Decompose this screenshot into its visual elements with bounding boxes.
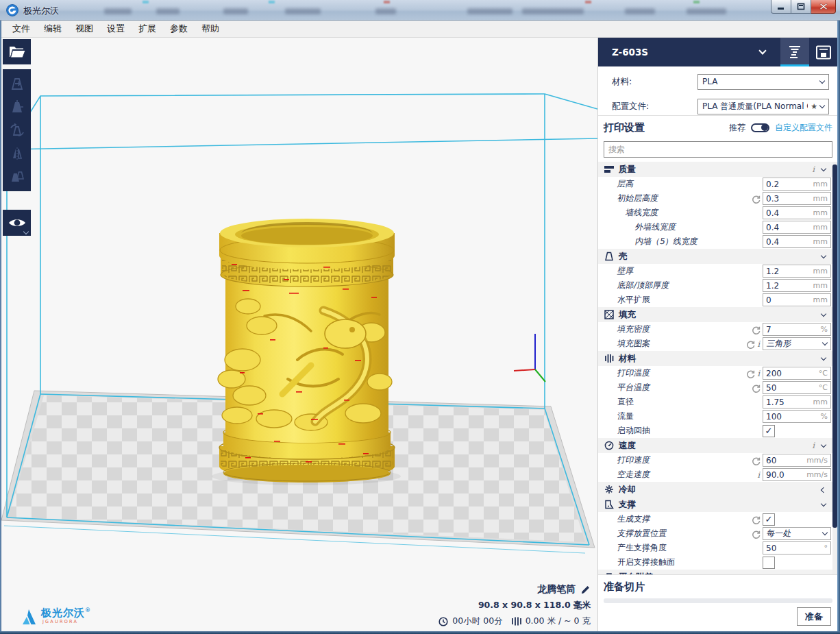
setting-row-print-speed: 打印速度60mm/s	[598, 453, 834, 467]
scrollbar-thumb[interactable]	[832, 164, 837, 528]
setting-value: 60	[766, 456, 806, 465]
ghost-artifact	[143, 1, 149, 3]
setting-input-flow[interactable]: 100%	[763, 410, 831, 423]
setting-row-infill-density: 填充密度7%	[598, 322, 834, 337]
reset-icon[interactable]	[752, 529, 761, 538]
tab-prepare-slice[interactable]	[780, 38, 809, 66]
section-header-material[interactable]: 材料	[598, 351, 834, 366]
section-header-quality[interactable]: 质量i	[598, 162, 834, 177]
setting-input-layer-height[interactable]: 0.2mm	[763, 178, 831, 191]
rotate-tool-icon[interactable]	[7, 120, 27, 141]
setting-unit: mm	[813, 180, 828, 188]
setting-label: 平台温度	[598, 382, 651, 393]
profile-dropdown[interactable]: PLA 普通质量(PLA Normal Qua ★	[697, 99, 829, 114]
menu-item-5[interactable]: 参数	[163, 21, 195, 37]
setting-value: 1.2	[766, 267, 813, 276]
menu-item-4[interactable]: 扩展	[132, 21, 163, 37]
printer-dropdown-chevron-icon[interactable]	[758, 47, 766, 54]
setting-select-support-placement[interactable]: 每一处	[763, 527, 831, 540]
reset-icon[interactable]	[752, 456, 761, 465]
section-header-adhesion[interactable]: 平台附着	[598, 570, 834, 574]
info-icon: i	[812, 164, 815, 174]
open-file-button[interactable]	[3, 39, 31, 64]
setting-value: 0.2	[766, 180, 813, 189]
chevron-down-icon	[822, 530, 828, 535]
scale-tool-icon[interactable]	[7, 97, 27, 117]
reset-icon[interactable]	[752, 194, 761, 203]
setting-input-travel-speed[interactable]: 90.0mm/s	[763, 468, 831, 481]
setting-input-print-speed[interactable]: 60mm/s	[763, 454, 831, 467]
recommended-custom-toggle[interactable]	[751, 123, 769, 132]
setting-input-diameter[interactable]: 1.75mm	[763, 395, 831, 409]
reset-icon[interactable]	[746, 339, 755, 348]
setting-select-infill-pattern[interactable]: 三角形	[763, 337, 831, 350]
menu-item-2[interactable]: 视图	[69, 21, 100, 37]
setting-unit: mm	[813, 281, 828, 290]
settings-scrollbar[interactable]	[832, 162, 837, 574]
setting-label: 层高	[598, 178, 634, 190]
setting-input-support-overhang-angle[interactable]: 50°	[763, 541, 831, 554]
settings-panel: Z-603S 材料: PLA 配置文件: PLA 普通质量(P	[597, 38, 837, 631]
slice-icon	[787, 45, 802, 60]
material-dropdown[interactable]: PLA	[697, 74, 829, 90]
recommended-label: 推荐	[729, 122, 745, 134]
chevron-down-icon	[821, 354, 826, 360]
per-model-settings-icon[interactable]	[7, 167, 27, 187]
ghost-artifact	[104, 8, 132, 14]
viewport-3d[interactable]: 龙腾笔筒 90.8 x 90.8 x 118.0 毫米 00小时 00分 0.0…	[1, 38, 597, 631]
title-bar: 极光尔沃	[0, 0, 840, 21]
section-label: 速度	[619, 440, 636, 452]
section-header-speed[interactable]: 速度i	[598, 438, 834, 453]
section-header-support[interactable]: 支撑	[598, 497, 834, 512]
section-label: 壳	[619, 251, 628, 263]
setting-input-inner-wall-line-width[interactable]: 0.4mm	[763, 235, 831, 248]
setting-input-top-bottom-thickness[interactable]: 1.2mm	[763, 279, 831, 292]
setting-row-inner-wall-line-width: 内墙（5）线宽度0.4mm	[598, 234, 834, 249]
filament-icon	[511, 617, 521, 626]
setting-checkbox-enable-retraction[interactable]: ✓	[763, 425, 775, 437]
menu-item-0[interactable]: 文件	[5, 21, 37, 37]
section-header-cooling[interactable]: 冷却	[598, 482, 834, 497]
maximize-button[interactable]	[791, 0, 811, 14]
edit-pencil-icon[interactable]	[580, 585, 591, 595]
reset-icon[interactable]	[752, 515, 761, 524]
ghost-artifact	[625, 8, 655, 14]
section-header-shell[interactable]: 壳	[598, 249, 834, 264]
reset-icon[interactable]	[752, 325, 761, 334]
tab-printer-monitor[interactable]	[809, 38, 838, 66]
ghost-artifact	[375, 8, 396, 14]
setting-value: 0	[766, 295, 813, 305]
setting-input-wall-thickness[interactable]: 1.2mm	[763, 265, 831, 278]
close-button[interactable]	[811, 0, 836, 14]
window-border-right	[837, 21, 840, 634]
brand-triangle-icon	[21, 608, 38, 626]
setting-checkbox-generate-support[interactable]: ✓	[763, 513, 775, 526]
setting-value: 0.3	[766, 194, 813, 204]
custom-profile-link[interactable]: 自定义配置文件	[775, 122, 832, 134]
setting-input-horizontal-expansion[interactable]: 0mm	[763, 293, 831, 306]
menu-item-6[interactable]: 帮助	[195, 21, 226, 37]
minimize-button[interactable]	[771, 0, 791, 14]
window-title: 极光尔沃	[23, 5, 59, 17]
view-mode-button[interactable]	[3, 210, 31, 236]
setting-input-wall-line-width[interactable]: 0.4mm	[763, 206, 831, 219]
setting-input-build-plate-temperature[interactable]: 50°C	[763, 381, 831, 394]
setting-input-printing-temperature[interactable]: 200°C	[763, 367, 831, 380]
setting-input-infill-density[interactable]: 7%	[763, 323, 831, 336]
search-input[interactable]	[604, 142, 832, 157]
section-header-infill[interactable]: 填充	[598, 307, 834, 322]
prepare-button[interactable]: 准备	[797, 607, 831, 626]
info-icon: i	[757, 470, 760, 480]
reset-icon[interactable]	[752, 383, 761, 392]
ghost-artifact	[522, 8, 584, 14]
reset-icon[interactable]	[746, 369, 755, 378]
mirror-tool-icon[interactable]	[7, 143, 27, 164]
model-dimensions: 90.8 x 90.8 x 118.0 毫米	[478, 600, 591, 611]
menu-item-3[interactable]: 设置	[100, 21, 132, 37]
move-tool-icon[interactable]	[7, 73, 27, 94]
model-dragon-pen-holder[interactable]	[218, 219, 395, 483]
setting-input-outer-wall-line-width[interactable]: 0.4mm	[763, 221, 831, 234]
setting-input-initial-layer-height[interactable]: 0.3mm	[763, 192, 831, 205]
setting-checkbox-enable-support-interface[interactable]	[763, 557, 775, 569]
menu-item-1[interactable]: 编辑	[37, 21, 69, 37]
